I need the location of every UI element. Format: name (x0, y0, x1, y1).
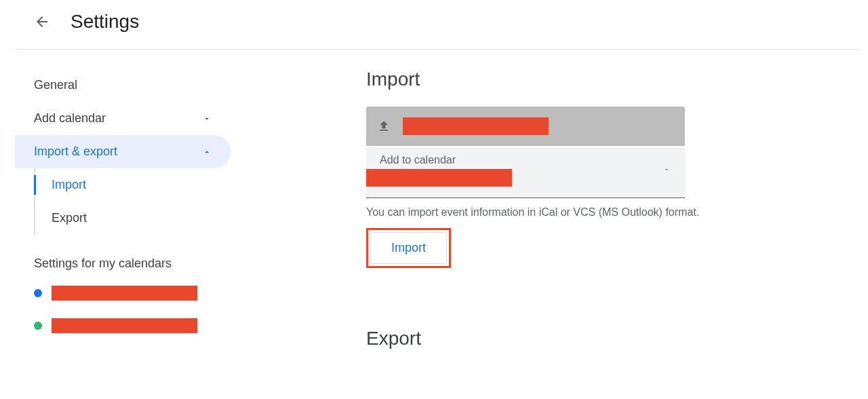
calendar-color-dot-icon (34, 322, 42, 330)
sub-nav: Import Export (34, 168, 231, 235)
sidebar: General Add calendar Import & export Imp… (0, 69, 231, 349)
nav-general-label: General (34, 78, 77, 92)
nav-add-calendar[interactable]: Add calendar (15, 102, 231, 135)
calendar-color-dot-icon (34, 289, 42, 297)
export-section-title: Export (366, 328, 868, 349)
import-button-highlight: Import (366, 228, 451, 268)
select-label: Add to calendar (380, 154, 675, 166)
dropdown-icon (662, 166, 671, 173)
chevron-up-icon (202, 147, 212, 157)
add-to-calendar-select[interactable]: Add to calendar (366, 147, 685, 198)
upload-icon (377, 119, 391, 133)
calendar-item-2[interactable] (15, 313, 231, 345)
calendar-item-1[interactable] (15, 280, 231, 313)
nav-general[interactable]: General (15, 69, 231, 102)
chevron-down-icon (202, 114, 212, 124)
nav-import-export-label: Import & export (34, 145, 117, 159)
calendar-name-redacted (52, 286, 197, 301)
file-name-redacted (403, 117, 549, 135)
sub-nav-import-label: Import (52, 178, 86, 191)
sidebar-section-my-calendars: Settings for my calendars (15, 235, 231, 280)
page-title: Settings (71, 11, 139, 33)
selected-calendar-redacted (366, 169, 512, 187)
sub-nav-export-label: Export (52, 211, 87, 225)
import-section-title: Import (366, 69, 868, 90)
file-upload-field[interactable] (366, 107, 685, 146)
back-arrow-icon[interactable] (34, 14, 50, 30)
nav-add-calendar-label: Add calendar (34, 111, 106, 126)
sub-nav-export[interactable]: Export (35, 202, 231, 235)
sub-nav-import[interactable]: Import (35, 168, 231, 202)
import-button-label: Import (391, 241, 426, 254)
content: General Add calendar Import & export Imp… (0, 50, 868, 349)
header: Settings (0, 0, 868, 49)
main-panel: Import Add to calendar You can import ev… (231, 69, 868, 349)
nav-import-export[interactable]: Import & export (15, 135, 231, 168)
calendar-name-redacted (52, 318, 197, 333)
import-helper-text: You can import event information in iCal… (366, 206, 732, 218)
import-button[interactable]: Import (370, 232, 447, 264)
